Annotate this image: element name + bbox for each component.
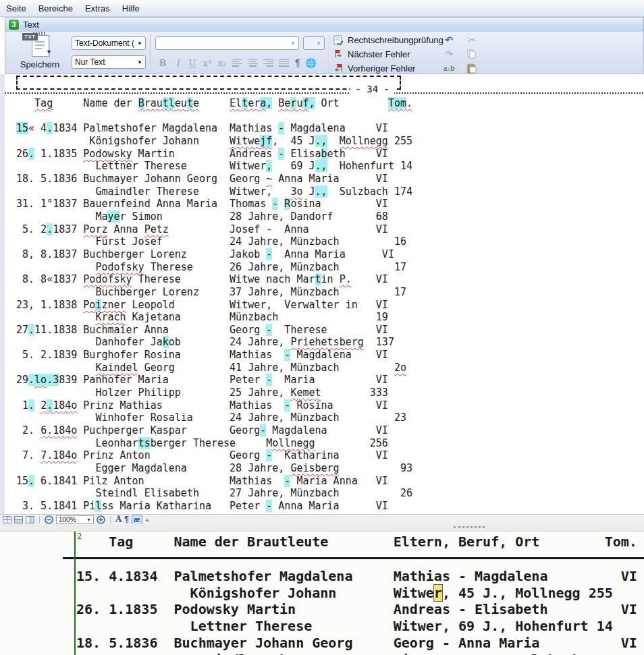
copy-icon[interactable] (466, 48, 478, 60)
text-line: 8, 8.1837 Buchberger Lorenz Jakob - Anna… (16, 248, 644, 261)
align-left-icon[interactable] (232, 59, 242, 67)
zoom-level-select[interactable]: 100%▼ (56, 515, 94, 524)
page-separator-line (5, 92, 644, 94)
zoom-in-button[interactable] (97, 515, 105, 524)
align-justify-icon[interactable] (279, 59, 289, 67)
align-right-icon[interactable] (263, 59, 273, 67)
text-line: Königshofer Johann Witwer, 45 J., Mollne… (68, 585, 637, 602)
text-line: Egger Magdalena 28 Jahre, Geisberg 93 (16, 462, 644, 475)
cut-icon[interactable]: ✂ (466, 34, 478, 46)
chevron-down-icon: ▼ (290, 40, 296, 47)
layout-rows-icon[interactable] (14, 515, 23, 524)
next-error-button[interactable]: Nächster Fehler (333, 47, 410, 61)
ocr-text-lines[interactable]: Tag Name der Brautleute Eltera, Beruf, O… (5, 97, 644, 513)
text-line: Krach Kajetana Münzbach 19 (16, 311, 644, 324)
zone-number: 2 (77, 532, 82, 541)
scroll-left-arrow[interactable]: ◂ (145, 516, 149, 523)
text-line: 18. 5.1836 Buchmayer Johann Georg Georg … (68, 635, 637, 652)
font-size-select[interactable]: ▼ (303, 36, 325, 50)
paste-icon[interactable] (466, 62, 478, 74)
text-line: 15« 4.1834 Palmetshofer Magdalena Mathia… (16, 122, 644, 135)
format-buttons-row: B I U x² x₂ ¶ 🌐 (155, 57, 319, 68)
replace-ab-icon[interactable]: a↓b (443, 62, 455, 74)
text-line: 26. 1.1835 Podowsky Martin Andreas - Eli… (68, 601, 637, 618)
panel-title: Text (23, 20, 39, 30)
text-line: 31. 1°1837 Bauernfeind Anna Maria Thomas… (16, 198, 644, 210)
align-center-icon[interactable] (248, 59, 258, 67)
text-line: Holzer Philipp 25 Jahre, Kemet 333 (16, 387, 644, 399)
text-line: 5. 2.1839 Burghofer Rosina Mathias - Mag… (16, 349, 644, 362)
uncertain-characters-toggle[interactable]: æ (132, 515, 142, 525)
text-line: Fürst Josef 24 Jahre, Münzbach 16 (16, 235, 644, 248)
text-line: 26. 1.1835 Podowsky Martin Andreas - Eli… (16, 148, 644, 161)
layout-grid-icon[interactable] (3, 515, 11, 524)
save-format-select[interactable]: Text-Dokument (▼ (72, 36, 146, 50)
text-line: Tag Name der Brautleute Eltera, Beruf, O… (16, 97, 644, 110)
statusbar-separator (110, 516, 111, 523)
formatting-marks-icon[interactable]: ¶ (295, 57, 300, 68)
save-txt-icon: TXT ▼ (26, 34, 53, 57)
toolbar-separator (150, 34, 151, 71)
text-editor-area[interactable]: - 34 - Tag Name der Brautleute Eltera, B… (0, 74, 644, 514)
text-line: Gmaindler Therese Witwer, 3o J., Sulzbac… (16, 186, 644, 198)
text-line: Steindl Elisabeth 27 Jahre, Münzbach 26 (16, 487, 644, 500)
underline-button[interactable]: U (185, 58, 200, 68)
menu-bereiche[interactable]: Bereiche (32, 1, 79, 16)
menu-seite[interactable]: Seite (0, 1, 32, 16)
redo-button[interactable]: ↷ (443, 48, 455, 60)
chevron-down-icon: ▼ (137, 40, 142, 47)
superscript-button[interactable]: x² (200, 58, 215, 68)
chevron-down-icon: ▼ (137, 59, 142, 65)
bold-button[interactable]: B (155, 58, 170, 68)
text-line: 8. 8«1837 Podofsky Therese Witwe nach Ma… (16, 273, 644, 286)
previous-error-button[interactable]: Vorheriger Fehler (333, 61, 415, 76)
page-break-frame: - 34 - (16, 76, 401, 90)
text-line: 23, 1.1838 Poizner Leopold Witwer, Verwa… (16, 299, 644, 312)
subscript-button[interactable]: x₂ (215, 58, 230, 68)
save-button[interactable]: TXT ▼ Speichern (9, 33, 70, 72)
panel-number-badge: 3 (9, 20, 19, 30)
next-error-flag-icon (333, 49, 344, 60)
text-line (16, 110, 644, 123)
scan-text-lines: 15. 4.1834 Palmetshofer Magdalena Mathia… (0, 568, 637, 655)
text-line: Tag Name der Brautleute Eltern, Beruf, O… (68, 534, 637, 550)
text-line: 15. 4.1834 Palmetshofer Magdalena Mathia… (68, 568, 637, 585)
text-line: 3. 5.1841 Pilss Maria Katharina Peter - … (16, 500, 644, 513)
menu-bar: Seite Bereiche Extras Hilfe (0, 0, 644, 17)
font-name-select[interactable]: ▼ (155, 36, 299, 50)
text-line: Leonhartsberger Therese Mollnegg 256 (16, 437, 644, 450)
font-properties-button[interactable]: A (115, 515, 122, 524)
text-line: Winhofer Rosalia 24 Jahre, Münzbach 23 (16, 411, 644, 424)
save-button-label: Speichern (9, 59, 70, 69)
italic-button[interactable]: I (170, 58, 185, 68)
pane-splitter[interactable] (0, 524, 644, 532)
text-line: 18. 5.1836 Buchmayer Johann Georg Georg … (16, 173, 644, 186)
text-mode-select[interactable]: Nur Text▼ (72, 55, 146, 69)
source-image-pane[interactable]: Tag Name der Brautleute Eltern, Beruf, O… (0, 532, 644, 655)
splitter-grip-icon (454, 526, 485, 528)
text-toolbar: TXT ▼ Speichern Text-Dokument (▼ Nur Tex… (5, 31, 644, 74)
hyperlink-globe-icon[interactable]: 🌐 (306, 58, 317, 68)
text-line: Gmaindler Therese Witwer, 3o J., Sulzbac… (68, 652, 637, 655)
text-line: Kaindel Georg 41 Jahre, Münzbach 2o (16, 362, 644, 374)
menu-extras[interactable]: Extras (79, 1, 116, 16)
zone-boundary-line (74, 532, 76, 655)
scan-header-rule (63, 557, 644, 559)
save-dropdown-caret[interactable]: ▼ (46, 49, 52, 55)
layout-columns-icon[interactable] (26, 515, 34, 524)
text-panel-titlebar: 3 Text (5, 17, 644, 31)
text-line: 15. 6.1841 Pilz Anton Mathias - Maria An… (16, 475, 644, 488)
text-line: 27.11.1838 Buchmaier Anna Georg - Theres… (16, 324, 644, 337)
text-line: Podofsky Therese 26 Jahre, Münzbach 17 (16, 261, 644, 274)
editor-status-bar: 100%▼ A ¶ æ ◂ (0, 514, 644, 524)
spellcheck-button[interactable]: Rechtschreibungprüfung (333, 33, 444, 47)
undo-button[interactable]: ↶ (443, 34, 455, 46)
formatting-marks-button[interactable]: ¶ (124, 515, 129, 524)
menu-hilfe[interactable]: Hilfe (116, 1, 146, 16)
text-line: 7. 7.184o Prinz Anton Georg - Katharina … (16, 449, 644, 462)
chevron-down-icon: ▼ (86, 517, 91, 522)
text-line: Danhofer Jakob 24 Jahre, Priehetsberg 13… (16, 336, 644, 349)
previous-error-flag-icon (333, 63, 344, 74)
text-line: Mayer Simon 28 Jahre, Dandorf 68 (16, 210, 644, 223)
zoom-out-button[interactable] (45, 515, 53, 524)
